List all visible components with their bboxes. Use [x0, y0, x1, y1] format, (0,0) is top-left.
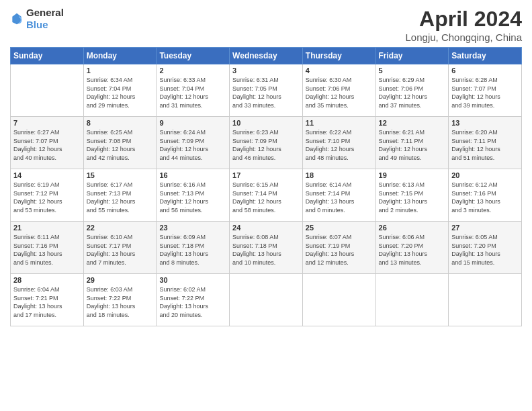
weekday-row: SundayMondayTuesdayWednesdayThursdayFrid…: [11, 48, 522, 64]
day-number: 25: [306, 224, 373, 232]
calendar-cell: 1Sunrise: 6:34 AM Sunset: 7:04 PM Daylig…: [83, 64, 157, 117]
calendar-cell: 20Sunrise: 6:12 AM Sunset: 7:16 PM Dayli…: [449, 169, 522, 222]
day-info: Sunrise: 6:24 AM Sunset: 7:09 PM Dayligh…: [159, 128, 226, 162]
calendar-cell: 9Sunrise: 6:24 AM Sunset: 7:09 PM Daylig…: [157, 117, 230, 169]
calendar-cell: 8Sunrise: 6:25 AM Sunset: 7:08 PM Daylig…: [83, 117, 157, 169]
day-info: Sunrise: 6:07 AM Sunset: 7:19 PM Dayligh…: [306, 233, 373, 267]
logo: General Blue: [10, 7, 64, 31]
day-number: 16: [159, 171, 226, 179]
day-number: 1: [87, 66, 154, 75]
calendar-cell: 11Sunrise: 6:22 AM Sunset: 7:10 PM Dayli…: [302, 117, 375, 169]
day-info: Sunrise: 6:17 AM Sunset: 7:13 PM Dayligh…: [87, 181, 154, 214]
day-number: 22: [87, 224, 154, 232]
calendar-cell: 12Sunrise: 6:21 AM Sunset: 7:11 PM Dayli…: [375, 117, 449, 169]
day-number: 5: [379, 66, 446, 75]
calendar-cell: 4Sunrise: 6:30 AM Sunset: 7:06 PM Daylig…: [302, 64, 375, 117]
day-number: 19: [379, 171, 446, 179]
day-number: 20: [451, 171, 519, 179]
logo-general: General: [26, 7, 64, 18]
logo-icon: [10, 12, 24, 26]
calendar-cell: 21Sunrise: 6:11 AM Sunset: 7:16 PM Dayli…: [11, 222, 84, 274]
calendar-cell: 7Sunrise: 6:27 AM Sunset: 7:07 PM Daylig…: [11, 117, 84, 169]
day-info: Sunrise: 6:05 AM Sunset: 7:20 PM Dayligh…: [451, 233, 519, 267]
calendar-cell: 28Sunrise: 6:04 AM Sunset: 7:21 PM Dayli…: [11, 274, 84, 326]
day-info: Sunrise: 6:06 AM Sunset: 7:20 PM Dayligh…: [379, 233, 446, 267]
day-number: 4: [306, 66, 373, 75]
day-info: Sunrise: 6:08 AM Sunset: 7:18 PM Dayligh…: [232, 233, 300, 267]
calendar-cell: 27Sunrise: 6:05 AM Sunset: 7:20 PM Dayli…: [449, 222, 522, 274]
day-number: 26: [379, 224, 446, 232]
day-info: Sunrise: 6:19 AM Sunset: 7:12 PM Dayligh…: [13, 181, 81, 214]
page-container: General Blue April 2024 Longju, Chongqin…: [0, 0, 532, 333]
day-info: Sunrise: 6:20 AM Sunset: 7:11 PM Dayligh…: [451, 128, 519, 162]
day-number: 11: [306, 119, 373, 127]
calendar-week-2: 7Sunrise: 6:27 AM Sunset: 7:07 PM Daylig…: [11, 117, 522, 169]
calendar-cell: [302, 274, 375, 326]
location: Longju, Chongqing, China: [406, 32, 522, 43]
day-number: 15: [87, 171, 154, 179]
calendar-cell: 30Sunrise: 6:02 AM Sunset: 7:22 PM Dayli…: [157, 274, 230, 326]
day-info: Sunrise: 6:29 AM Sunset: 7:06 PM Dayligh…: [379, 76, 446, 109]
day-number: 14: [13, 171, 81, 179]
day-number: 28: [13, 276, 81, 284]
day-number: 17: [232, 171, 300, 179]
calendar-cell: [375, 274, 449, 326]
calendar-cell: 10Sunrise: 6:23 AM Sunset: 7:09 PM Dayli…: [230, 117, 303, 169]
day-info: Sunrise: 6:27 AM Sunset: 7:07 PM Dayligh…: [13, 128, 81, 162]
day-number: 23: [159, 224, 226, 232]
title-block: April 2024 Longju, Chongqing, China: [406, 7, 522, 43]
day-number: 9: [159, 119, 226, 127]
day-info: Sunrise: 6:30 AM Sunset: 7:06 PM Dayligh…: [306, 76, 373, 109]
day-info: Sunrise: 6:11 AM Sunset: 7:16 PM Dayligh…: [13, 233, 81, 267]
day-number: 7: [13, 119, 81, 127]
day-number: 18: [306, 171, 373, 179]
day-info: Sunrise: 6:14 AM Sunset: 7:14 PM Dayligh…: [306, 181, 373, 214]
day-info: Sunrise: 6:31 AM Sunset: 7:05 PM Dayligh…: [232, 76, 300, 109]
day-info: Sunrise: 6:22 AM Sunset: 7:10 PM Dayligh…: [306, 128, 373, 162]
weekday-header-thursday: Thursday: [302, 48, 375, 64]
day-number: 12: [379, 119, 446, 127]
calendar-cell: 18Sunrise: 6:14 AM Sunset: 7:14 PM Dayli…: [302, 169, 375, 222]
day-info: Sunrise: 6:04 AM Sunset: 7:21 PM Dayligh…: [13, 285, 81, 319]
calendar-cell: 26Sunrise: 6:06 AM Sunset: 7:20 PM Dayli…: [375, 222, 449, 274]
calendar-cell: 24Sunrise: 6:08 AM Sunset: 7:18 PM Dayli…: [230, 222, 303, 274]
weekday-header-saturday: Saturday: [449, 48, 522, 64]
day-info: Sunrise: 6:34 AM Sunset: 7:04 PM Dayligh…: [87, 76, 154, 109]
calendar-cell: 2Sunrise: 6:33 AM Sunset: 7:04 PM Daylig…: [157, 64, 230, 117]
day-info: Sunrise: 6:16 AM Sunset: 7:13 PM Dayligh…: [159, 181, 226, 214]
calendar-cell: [449, 274, 522, 326]
calendar-cell: 15Sunrise: 6:17 AM Sunset: 7:13 PM Dayli…: [83, 169, 157, 222]
day-info: Sunrise: 6:23 AM Sunset: 7:09 PM Dayligh…: [232, 128, 300, 162]
weekday-header-tuesday: Tuesday: [157, 48, 230, 64]
weekday-header-friday: Friday: [375, 48, 449, 64]
calendar-week-1: 1Sunrise: 6:34 AM Sunset: 7:04 PM Daylig…: [11, 64, 522, 117]
month-title: April 2024: [406, 7, 522, 32]
calendar-table: SundayMondayTuesdayWednesdayThursdayFrid…: [10, 47, 522, 326]
day-number: 2: [159, 66, 226, 75]
calendar-cell: 23Sunrise: 6:09 AM Sunset: 7:18 PM Dayli…: [157, 222, 230, 274]
calendar-cell: 5Sunrise: 6:29 AM Sunset: 7:06 PM Daylig…: [375, 64, 449, 117]
calendar-cell: [11, 64, 84, 117]
calendar-cell: 25Sunrise: 6:07 AM Sunset: 7:19 PM Dayli…: [302, 222, 375, 274]
day-info: Sunrise: 6:10 AM Sunset: 7:17 PM Dayligh…: [87, 233, 154, 267]
day-number: 13: [451, 119, 519, 127]
day-number: 30: [159, 276, 226, 284]
day-number: 21: [13, 224, 81, 232]
weekday-header-wednesday: Wednesday: [230, 48, 303, 64]
calendar-cell: 3Sunrise: 6:31 AM Sunset: 7:05 PM Daylig…: [230, 64, 303, 117]
day-info: Sunrise: 6:25 AM Sunset: 7:08 PM Dayligh…: [87, 128, 154, 162]
day-info: Sunrise: 6:15 AM Sunset: 7:14 PM Dayligh…: [232, 181, 300, 214]
day-info: Sunrise: 6:02 AM Sunset: 7:22 PM Dayligh…: [159, 285, 226, 319]
day-number: 3: [232, 66, 300, 75]
logo-text: General Blue: [26, 7, 64, 31]
calendar-cell: 17Sunrise: 6:15 AM Sunset: 7:14 PM Dayli…: [230, 169, 303, 222]
day-number: 24: [232, 224, 300, 232]
calendar-week-3: 14Sunrise: 6:19 AM Sunset: 7:12 PM Dayli…: [11, 169, 522, 222]
weekday-header-sunday: Sunday: [11, 48, 84, 64]
day-info: Sunrise: 6:33 AM Sunset: 7:04 PM Dayligh…: [159, 76, 226, 109]
weekday-header-monday: Monday: [83, 48, 157, 64]
day-number: 27: [451, 224, 519, 232]
day-info: Sunrise: 6:03 AM Sunset: 7:22 PM Dayligh…: [87, 285, 154, 319]
day-info: Sunrise: 6:21 AM Sunset: 7:11 PM Dayligh…: [379, 128, 446, 162]
calendar-cell: 6Sunrise: 6:28 AM Sunset: 7:07 PM Daylig…: [449, 64, 522, 117]
